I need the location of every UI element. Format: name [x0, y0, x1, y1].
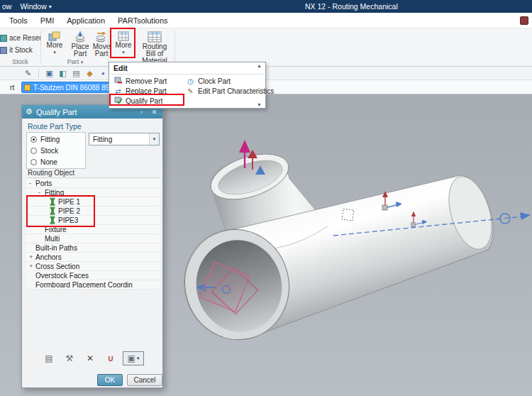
pipe-icon [48, 216, 57, 224]
tree-header: Routing Object [26, 169, 160, 178]
mini-toolbar: ✎ ▣ ◧ ▤ ◆ ● ▧ ◇ [0, 67, 532, 80]
part-window-icon[interactable]: ▣ [44, 68, 55, 79]
more-part-icon [118, 31, 129, 41]
menu-item-remove-part[interactable]: Remove Part [111, 76, 182, 86]
tree-row-anchors[interactable]: +Anchors [26, 253, 160, 262]
chevron-down-icon: ▾ [53, 49, 56, 56]
report-icon[interactable]: ▤ [40, 351, 57, 365]
tree-row-pipe2[interactable]: PIPE 2 [26, 207, 160, 216]
ribbon-divider [108, 31, 109, 63]
gear-icon: ⚙ [26, 107, 33, 116]
dialog-title: Qualify Part [36, 108, 77, 116]
fitting-type-value: Fitting [93, 136, 112, 143]
tree-row-overstock-faces[interactable]: Overstock Faces [26, 271, 160, 280]
menu-item-label: Clock Part [198, 77, 231, 85]
clock-part-icon: ◷ [186, 77, 195, 85]
edit-stock-label: it Stock [9, 46, 33, 54]
menu-section-edit: Edit [113, 64, 128, 72]
tree-row-fixture[interactable]: Fixture [26, 225, 160, 234]
tree-row-fitting[interactable]: -Fitting [26, 188, 160, 197]
routing-bom-button[interactable]: Routing Bill of Material [137, 30, 172, 65]
display-option-icon[interactable]: ▣ ▾ [123, 351, 144, 365]
radio-label: Fitting [40, 136, 60, 143]
tree-row-pipe1[interactable]: PIPE 1 [26, 197, 160, 207]
menu-item-qualify-part[interactable]: Qualify Part [111, 96, 182, 106]
tree-row-formboard-placement[interactable]: Formboard Placement Coordin [26, 280, 160, 290]
more-stock-icon [48, 31, 61, 41]
menubar: Tools PMI Application PARTsolutions [0, 13, 532, 28]
menu-item-clock-part[interactable]: ◷ Clock Part [183, 76, 264, 86]
magnet-icon[interactable]: ∪ [102, 351, 119, 365]
tree-row-cross-section[interactable]: +Cross Section [26, 262, 160, 271]
menu-scroll-down-icon[interactable]: ▼ [257, 102, 262, 107]
nx-application-window: ow Window ▾ NX 12 - Routing Mechanical T… [0, 0, 532, 396]
menu-tab-tools[interactable]: Tools [3, 14, 34, 27]
datum-icon[interactable]: ◆ [84, 68, 95, 79]
space-reservation-label: ace Reservation [9, 34, 40, 42]
space-reservation-icon [0, 35, 7, 42]
move-part-icon [95, 31, 108, 43]
space-reservation-button[interactable]: ace Reservation [0, 33, 40, 43]
menu-item-replace-part[interactable]: ⇄ Replace Part [111, 86, 182, 96]
delete-icon[interactable]: ✕ [82, 351, 99, 365]
dialog-dock-icon[interactable]: ▫ [137, 109, 146, 116]
radio-label: Stock [40, 147, 58, 155]
dialog-close-icon[interactable]: ✕ [150, 109, 159, 116]
window-menu[interactable]: Window ▾ [20, 2, 51, 11]
ok-button[interactable]: OK [97, 374, 123, 386]
pipe-icon [48, 207, 57, 215]
sketch-icon[interactable]: ✎ [23, 68, 33, 79]
more-dropdown-menu: Edit ▲ Remove Part ⇄ Replace Part Qualif… [109, 62, 266, 109]
more-part-label: More [116, 42, 132, 49]
menu-divider [111, 74, 264, 75]
route-part-type-group: Fitting Stock None [26, 132, 86, 169]
wrench-icon[interactable]: ⚒ [61, 351, 78, 365]
place-part-icon [74, 31, 87, 43]
chevron-down-icon: ▾ [122, 49, 125, 56]
radio-stock[interactable]: Stock [27, 145, 85, 156]
part-group-label: Part ▾ [43, 58, 108, 65]
more-stock-label: More [47, 42, 63, 49]
menu-scroll-up-icon[interactable]: ▲ [257, 63, 262, 68]
menu-item-edit-part-characteristics[interactable]: ✎ Edit Part Characteristics [183, 86, 264, 96]
radio-none[interactable]: None [27, 156, 85, 167]
menu-tab-pmi[interactable]: PMI [34, 14, 61, 27]
fitting-type-dropdown[interactable]: Fitting ▾ [89, 133, 160, 145]
menu-tab-application[interactable]: Application [60, 14, 111, 27]
menu-tab-partsolutions[interactable]: PARTsolutions [111, 14, 174, 27]
routing-bom-icon [148, 31, 162, 43]
edit-stock-icon [0, 47, 7, 54]
more-part-button[interactable]: More ▾ [111, 30, 135, 65]
remove-part-icon [113, 76, 123, 86]
titlebar-menu-fragment: ow [2, 2, 11, 11]
tree-row-multi[interactable]: Multi [26, 234, 160, 243]
qualify-part-icon [113, 96, 123, 106]
layers-icon[interactable]: ▤ [71, 68, 82, 79]
edit-part-characteristics-icon: ✎ [186, 87, 195, 95]
edit-stock-button[interactable]: it Stock [0, 45, 40, 55]
ribbon-divider [40, 31, 41, 63]
menu-item-label: Replace Part [126, 87, 167, 95]
ribbon: ace Reservation it Stock Stock More ▾ [0, 28, 532, 67]
selection-bar-prefix: rt [10, 83, 14, 92]
cancel-button[interactable]: Cancel [127, 374, 162, 386]
dialog-icon-row: ▤ ⚒ ✕ ∪ ▣ ▾ [22, 351, 162, 365]
tree-row-ports[interactable]: -Ports [26, 179, 160, 188]
window-menu-label: Window [20, 2, 46, 11]
point-icon[interactable]: ● [98, 68, 109, 79]
shaded-view-icon[interactable]: ◧ [57, 68, 68, 79]
tree-row-built-in-paths[interactable]: Built-in Paths [26, 243, 160, 253]
move-part-label: Move Part [91, 43, 112, 57]
tee-fitting-model[interactable] [172, 145, 499, 351]
tree-row-pipe3[interactable]: PIPE3 [26, 216, 160, 225]
toolbar-divider [38, 69, 39, 78]
ribbon-divider [174, 31, 175, 63]
part-node-icon [24, 84, 31, 91]
docked-panel-icon[interactable] [520, 16, 528, 25]
titlebar: ow Window ▾ NX 12 - Routing Mechanical [0, 0, 532, 13]
chevron-down-icon: ▾ [49, 4, 52, 10]
radio-fitting[interactable]: Fitting [27, 133, 85, 145]
radio-dot-icon [31, 136, 37, 143]
stock-group-label: Stock [0, 58, 40, 65]
pipe-icon [48, 197, 57, 206]
